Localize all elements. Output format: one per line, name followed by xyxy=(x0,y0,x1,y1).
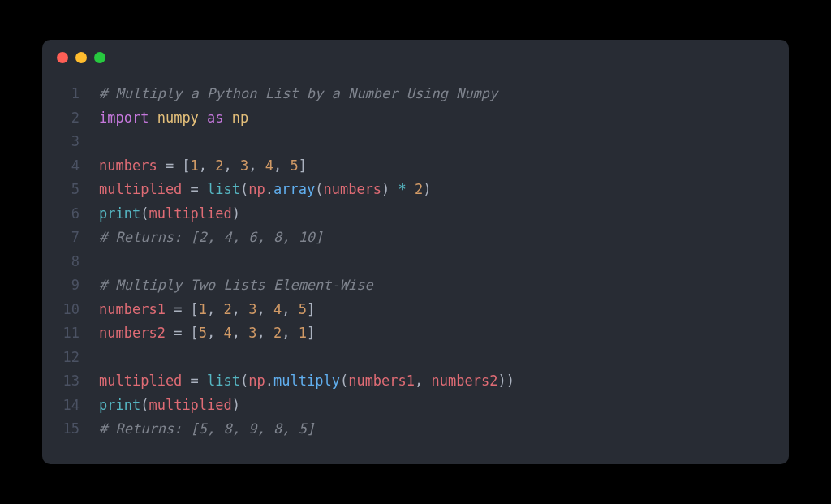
line-number: 1 xyxy=(42,82,99,106)
token-module: numpy xyxy=(157,110,199,126)
token-punct: ) xyxy=(232,205,240,222)
token-punct: , xyxy=(257,301,273,317)
token-punct xyxy=(224,110,232,126)
code-line: 6print(multiplied) xyxy=(42,202,789,226)
code-content: print(multiplied) xyxy=(99,202,240,226)
token-num: 1 xyxy=(299,325,307,341)
line-number: 13 xyxy=(42,369,99,394)
traffic-light-close-icon[interactable] xyxy=(57,52,68,63)
token-punct: ) xyxy=(232,397,240,413)
token-punct: , xyxy=(282,301,298,317)
code-line: 3 xyxy=(42,130,789,154)
token-builtin: list xyxy=(207,181,240,197)
code-line: 14print(multiplied) xyxy=(42,394,789,418)
line-number: 5 xyxy=(42,178,99,202)
token-punct: = xyxy=(182,181,207,197)
token-punct: = [ xyxy=(166,325,199,341)
line-number: 12 xyxy=(42,346,99,370)
token-punct: ( xyxy=(340,373,348,389)
token-punct: , xyxy=(232,325,248,341)
token-num: 2 xyxy=(224,301,232,317)
window-titlebar xyxy=(42,40,789,75)
token-punct: ] xyxy=(299,157,307,174)
code-line: 2import numpy as np xyxy=(42,106,789,131)
code-line: 10numbers1 = [1, 2, 3, 4, 5] xyxy=(42,298,789,322)
token-ident: numbers1 xyxy=(348,373,415,389)
traffic-light-zoom-icon[interactable] xyxy=(94,52,105,63)
token-punct: ( xyxy=(240,181,248,197)
code-content: numbers = [1, 2, 3, 4, 5] xyxy=(99,154,307,179)
token-num: 3 xyxy=(240,157,248,174)
token-punct: ] xyxy=(307,301,315,317)
token-comment: # Returns: [2, 4, 6, 8, 10] xyxy=(99,229,323,245)
token-num: 4 xyxy=(265,157,273,174)
code-content: multiplied = list(np.array(numbers) * 2) xyxy=(99,178,432,202)
token-punct: , xyxy=(224,157,240,174)
code-line: 9# Multiply Two Lists Element-Wise xyxy=(42,274,789,298)
token-punct: , xyxy=(282,325,298,341)
token-ident: numbers2 xyxy=(99,325,166,341)
line-number: 10 xyxy=(42,298,99,322)
token-punct: . xyxy=(265,181,273,197)
token-num: 5 xyxy=(299,301,307,317)
code-content: # Multiply a Python List by a Number Usi… xyxy=(99,82,497,106)
token-keyword: import xyxy=(99,110,149,126)
token-punct: = xyxy=(182,373,207,389)
token-comment: # Multiply Two Lists Element-Wise xyxy=(99,277,373,293)
token-punct: ( xyxy=(140,205,149,222)
token-ident: multiplied xyxy=(149,397,231,413)
token-ident: multiplied xyxy=(149,205,231,222)
token-punct: , xyxy=(415,373,431,389)
code-content: print(multiplied) xyxy=(99,394,240,418)
token-punct: . xyxy=(265,373,273,389)
token-num: 5 xyxy=(291,157,299,174)
token-ident: np xyxy=(248,181,265,197)
code-line: 5multiplied = list(np.array(numbers) * 2… xyxy=(42,178,789,202)
traffic-light-minimize-icon[interactable] xyxy=(75,52,87,63)
code-line: 7# Returns: [2, 4, 6, 8, 10] xyxy=(42,226,789,250)
code-line: 11numbers2 = [5, 4, 3, 2, 1] xyxy=(42,321,789,346)
token-ident: multiplied xyxy=(99,373,182,389)
token-punct: = [ xyxy=(166,301,199,317)
token-punct: ) xyxy=(381,181,398,197)
line-number: 2 xyxy=(42,106,99,131)
code-line: 8 xyxy=(42,250,789,274)
token-num: 2 xyxy=(273,325,282,341)
token-ident: np xyxy=(248,373,265,389)
token-num: 2 xyxy=(415,181,423,197)
token-ident: numbers1 xyxy=(99,301,166,317)
code-line: 4numbers = [1, 2, 3, 4, 5] xyxy=(42,154,789,179)
token-ident: numbers xyxy=(99,157,157,174)
token-comment: # Multiply a Python List by a Number Usi… xyxy=(99,85,497,101)
token-num: 4 xyxy=(273,301,282,317)
line-number: 7 xyxy=(42,226,99,250)
token-punct xyxy=(149,110,157,126)
token-punct: , xyxy=(257,325,273,341)
token-punct: , xyxy=(207,325,223,341)
token-ident: numbers xyxy=(323,181,381,197)
token-func: multiply xyxy=(273,373,340,389)
token-punct: ] xyxy=(307,325,315,341)
token-ident: numbers2 xyxy=(432,373,498,389)
token-keyword: as xyxy=(207,110,223,126)
token-num: 4 xyxy=(224,325,232,341)
token-builtin: print xyxy=(99,205,140,222)
token-comment: # Returns: [5, 8, 9, 8, 5] xyxy=(99,420,315,437)
token-punct: )) xyxy=(497,373,514,389)
token-punct xyxy=(407,181,415,197)
code-line: 12 xyxy=(42,346,789,370)
line-number: 4 xyxy=(42,154,99,179)
code-line: 1# Multiply a Python List by a Number Us… xyxy=(42,82,789,106)
code-window: 1# Multiply a Python List by a Number Us… xyxy=(42,40,789,464)
code-line: 13multiplied = list(np.multiply(numbers1… xyxy=(42,369,789,394)
line-number: 9 xyxy=(42,274,99,298)
token-num: 1 xyxy=(199,301,207,317)
token-punct: , xyxy=(207,301,223,317)
token-module: np xyxy=(232,110,248,126)
token-punct: = [ xyxy=(157,157,191,174)
code-content: import numpy as np xyxy=(99,106,248,131)
code-editor: 1# Multiply a Python List by a Number Us… xyxy=(42,75,789,453)
code-content: multiplied = list(np.multiply(numbers1, … xyxy=(99,369,515,394)
token-ident: multiplied xyxy=(99,181,182,197)
token-num: 3 xyxy=(248,301,256,317)
